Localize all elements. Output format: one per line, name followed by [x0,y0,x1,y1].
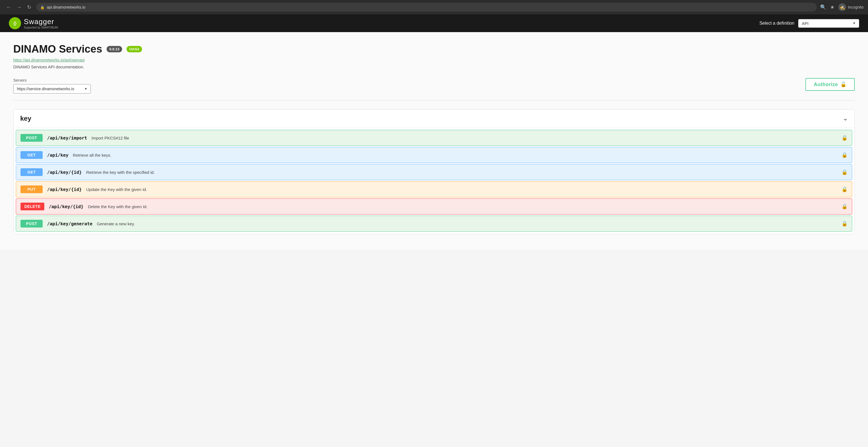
authorize-lock-icon: 🔓 [840,82,847,88]
endpoint-path-0-5: /api/key/generate [47,221,92,226]
endpoint-description-0-4: Delete the Key with the given Id. [88,204,841,209]
chevron-down-icon: ⌄ [843,115,848,122]
endpoint-path-0-1: /api/key [47,153,68,158]
servers-section: Servers https://service.dinamonetworks.i… [13,78,855,100]
endpoint-path-0-3: /api/key/{id} [47,187,82,192]
bookmark-icon[interactable]: ★ [830,4,835,10]
api-section-key: key⌄ POST /api/key/import Import PKCS#12… [13,109,855,234]
servers-left: Servers https://service.dinamonetworks.i… [13,78,91,94]
address-bar[interactable]: 🔒 api.dinamonetworks.io [36,3,817,12]
definition-select-wrapper: API [798,19,859,28]
method-badge-0-1: GET [21,151,43,159]
servers-label: Servers [13,78,91,83]
authorize-button[interactable]: Authorize 🔓 [805,78,855,91]
api-sections: key⌄ POST /api/key/import Import PKCS#12… [13,109,855,234]
version-badge: 0.0.13 [106,46,122,52]
svg-text:{}: {} [13,21,17,26]
endpoint-lock-icon-0-2: 🔒 [841,169,847,175]
endpoint-lock-icon-0-3: 🔒 [841,186,847,192]
method-badge-0-5: POST [21,220,43,227]
forward-button[interactable]: → [15,3,23,11]
method-badge-0-3: PUT [21,186,43,193]
reload-button[interactable]: ↻ [26,3,33,11]
endpoint-row-0-3[interactable]: PUT /api/key/{id} Update the Key with th… [16,181,852,197]
api-openapi-link[interactable]: https://api.dinamonetworks.io/api/openap… [13,58,855,62]
search-icon[interactable]: 🔍 [820,4,826,10]
url-text: api.dinamonetworks.io [47,5,85,9]
endpoint-description-0-3: Update the Key with the given Id. [86,187,841,192]
back-button[interactable]: ← [4,3,13,11]
swagger-header: {} Swagger Supported by SMARTBEAR Select… [0,14,868,32]
swagger-title: Swagger [24,18,58,26]
endpoint-lock-icon-0-0: 🔒 [841,135,847,141]
endpoint-row-0-2[interactable]: GET /api/key/{id} Retrieve the key with … [16,164,852,180]
browser-chrome: ← → ↻ 🔒 api.dinamonetworks.io 🔍 ★ 🕵 Inco… [0,0,868,14]
endpoint-lock-icon-0-5: 🔒 [841,221,847,227]
endpoint-description-0-1: Retrieve all the keys. [73,153,841,158]
browser-actions: 🔍 ★ 🕵 Incognito [820,3,864,11]
definition-label: Select a definition [760,21,794,26]
server-select[interactable]: https://service.dinamonetworks.io [13,84,91,94]
endpoint-row-0-0[interactable]: POST /api/key/import Import PKCS#12 file… [16,130,852,146]
title-row: DINAMO Services 0.0.13 OAS3 [13,43,855,55]
main-content: DINAMO Services 0.0.13 OAS3 https://api.… [0,32,868,250]
title-section: DINAMO Services 0.0.13 OAS3 https://api.… [13,43,855,69]
method-badge-0-4: DELETE [21,202,44,210]
section-title-key: key [20,115,31,122]
incognito-menu[interactable]: 🕵 Incognito [838,3,864,11]
endpoint-path-0-0: /api/key/import [47,135,87,140]
definition-select[interactable]: API [798,19,859,28]
swagger-subtitle: Supported by SMARTBEAR [24,26,58,29]
endpoint-description-0-0: Import PKCS#12 file [92,136,842,140]
method-badge-0-0: POST [21,134,43,142]
security-lock-icon: 🔒 [40,5,44,9]
incognito-label: Incognito [848,5,864,9]
endpoint-path-0-2: /api/key/{id} [47,170,82,175]
method-badge-0-2: GET [21,168,43,176]
endpoint-lock-icon-0-1: 🔒 [841,152,847,158]
endpoint-row-0-5[interactable]: POST /api/key/generate Generate a new ke… [16,216,852,232]
authorize-label: Authorize [814,82,838,88]
api-title: DINAMO Services [13,43,102,55]
endpoints-container-key: POST /api/key/import Import PKCS#12 file… [13,128,855,234]
oas-badge: OAS3 [127,46,142,52]
endpoint-description-0-5: Generate a new key. [97,221,841,226]
browser-nav: ← → ↻ [4,3,33,11]
swagger-logo-icon: {} [9,17,21,29]
incognito-avatar: 🕵 [838,3,846,11]
swagger-logo: {} Swagger Supported by SMARTBEAR [9,17,58,29]
api-description: DINAMO Services API documentation. [13,64,855,69]
endpoint-lock-icon-0-4: 🔒 [841,203,847,210]
endpoint-description-0-2: Retrieve the key with the specified id. [86,170,841,174]
swagger-logo-text: Swagger Supported by SMARTBEAR [24,18,58,29]
endpoint-row-0-1[interactable]: GET /api/key Retrieve all the keys. 🔒 [16,147,852,163]
server-select-wrapper: https://service.dinamonetworks.io [13,84,91,94]
endpoint-row-0-4[interactable]: DELETE /api/key/{id} Delete the Key with… [16,198,852,215]
definition-selector: Select a definition API [760,19,859,28]
section-header-key[interactable]: key⌄ [13,109,855,128]
endpoint-path-0-4: /api/key/{id} [49,204,83,209]
